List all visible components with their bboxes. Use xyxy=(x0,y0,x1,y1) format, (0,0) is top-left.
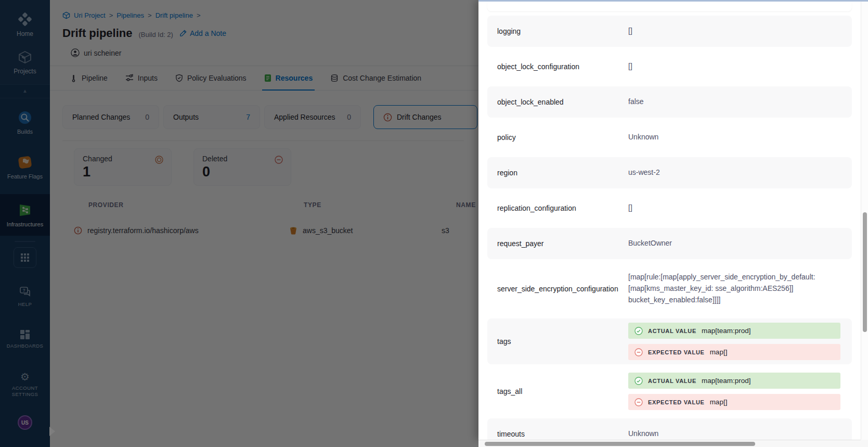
kv-key: tags xyxy=(497,337,628,346)
actual-value-label: ACTUAL VALUE xyxy=(648,378,696,384)
vertical-scrollbar[interactable] xyxy=(861,0,868,440)
expected-value-text: map[] xyxy=(710,348,728,356)
actual-value-text: map[team:prod] xyxy=(702,377,751,385)
kv-key: region xyxy=(497,169,628,177)
expected-value-label: EXPECTED VALUE xyxy=(648,349,705,355)
expected-value-badge: EXPECTED VALUE map[] xyxy=(628,344,840,360)
kv-row-policy: policy Unknown xyxy=(487,122,852,153)
kv-row-tags-all: tags_all ACTUAL VALUE map[team:prod] EXP… xyxy=(487,368,852,414)
kv-row-replication-configuration: replication_configuration [] xyxy=(487,193,852,224)
scrollbar-corner xyxy=(861,440,868,447)
kv-row-server-side-encryption: server_side_encryption_configuration [ma… xyxy=(487,263,852,314)
kv-row-partial xyxy=(487,0,852,11)
kv-row-tags: tags ACTUAL VALUE map[team:prod] EXPECTE… xyxy=(487,318,852,364)
kv-key: request_payer xyxy=(497,239,628,248)
actual-value-label: ACTUAL VALUE xyxy=(648,328,696,334)
minus-circle-icon xyxy=(634,348,643,356)
kv-row-object-lock-enabled: object_lock_enabled false xyxy=(487,86,852,118)
kv-value: Unknown xyxy=(628,132,658,143)
kv-row-timeouts: timeouts Unknown xyxy=(487,418,852,440)
sidebar-expand-chevron-icon[interactable] xyxy=(49,427,55,436)
kv-key: object_lock_configuration xyxy=(497,62,628,71)
actual-value-badge: ACTUAL VALUE map[team:prod] xyxy=(628,373,840,389)
expected-value-label: EXPECTED VALUE xyxy=(648,399,705,405)
horizontal-scrollbar[interactable] xyxy=(478,440,861,447)
kv-value: [] xyxy=(628,25,632,37)
kv-key: logging xyxy=(497,27,628,35)
actual-value-text: map[team:prod] xyxy=(702,327,751,335)
app-root: Home Projects ▲ Builds Feature Flags xyxy=(0,0,868,447)
vertical-scrollbar-thumb[interactable] xyxy=(863,212,867,332)
actual-value-badge: ACTUAL VALUE map[team:prod] xyxy=(628,323,840,339)
kv-key: policy xyxy=(497,133,628,142)
kv-row-object-lock-configuration: object_lock_configuration [] xyxy=(487,51,852,82)
kv-key: server_side_encryption_configuration xyxy=(497,285,628,293)
kv-row-region: region us-west-2 xyxy=(487,157,852,188)
horizontal-scrollbar-thumb[interactable] xyxy=(485,442,755,446)
kv-key: replication_configuration xyxy=(497,204,628,212)
check-circle-icon xyxy=(634,327,643,335)
kv-key: timeouts xyxy=(497,430,628,438)
kv-value: [] xyxy=(628,61,632,72)
drift-details-drawer: ✕ logging [] object_lock_configuration [… xyxy=(478,0,861,440)
kv-key: tags_all xyxy=(497,387,628,395)
minus-circle-icon xyxy=(634,398,643,406)
expected-value-text: map[] xyxy=(710,398,728,406)
drawer-top-border xyxy=(478,0,868,2)
kv-row-logging: logging [] xyxy=(487,16,852,47)
kv-value: BucketOwner xyxy=(628,238,672,249)
kv-key: object_lock_enabled xyxy=(497,98,628,106)
kv-row-request-payer: request_payer BucketOwner xyxy=(487,228,852,259)
check-circle-icon xyxy=(634,377,643,385)
kv-value: [] xyxy=(628,202,632,214)
kv-value: us-west-2 xyxy=(628,167,660,178)
kv-value: false xyxy=(628,96,644,108)
kv-value: Unknown xyxy=(628,428,658,440)
expected-value-badge: EXPECTED VALUE map[] xyxy=(628,394,840,410)
kv-value: [map[rule:[map[apply_server_side_encrypt… xyxy=(628,272,835,305)
